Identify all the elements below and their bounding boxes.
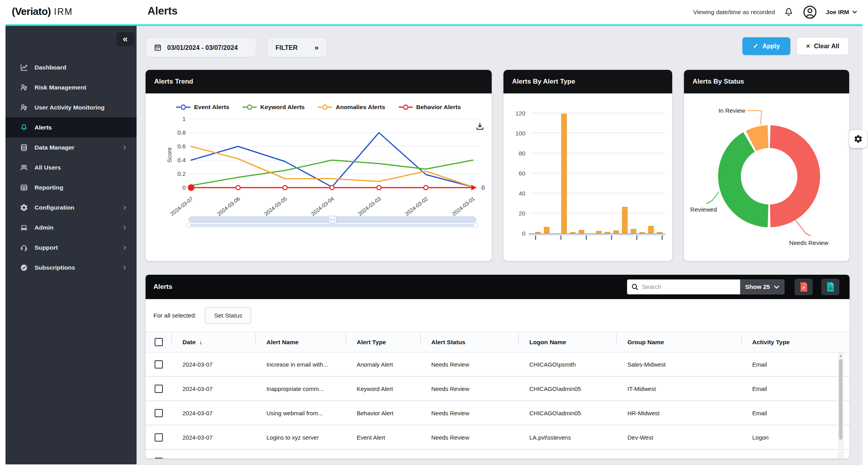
- user-icon: [20, 103, 28, 112]
- brand-name: (Veriato): [12, 5, 51, 18]
- legend-item-anomalies-alerts[interactable]: Anomalies Alerts: [318, 104, 385, 111]
- sidebar-item-label: Admin: [35, 224, 115, 231]
- sidebar-item-user-activity-monitoring[interactable]: User Activity Monitoring: [5, 97, 137, 117]
- dashboard-icon: [20, 63, 28, 72]
- user-icon: [20, 83, 28, 92]
- show-count-dropdown[interactable]: Show 25: [740, 279, 784, 294]
- svg-text:1: 1: [182, 115, 186, 122]
- bar-alert-type-3: [562, 114, 567, 233]
- svg-text:Reviewed: Reviewed: [690, 206, 717, 213]
- column-header-alert-name[interactable]: Alert Name: [255, 339, 346, 346]
- sidebar-item-label: Reporting: [35, 184, 128, 191]
- scrollbar-up-arrow[interactable]: ▲: [839, 353, 843, 359]
- sidebar-item-subscriptions[interactable]: Subscriptions: [5, 257, 137, 277]
- sidebar-item-admin[interactable]: Admin: [5, 217, 137, 237]
- trend-datazoom-slider[interactable]: [186, 216, 478, 228]
- filter-expand-icon: »: [314, 43, 319, 52]
- row-checkbox[interactable]: [155, 433, 163, 442]
- select-all-checkbox[interactable]: [155, 338, 163, 346]
- bulk-label: For all selected:: [153, 312, 196, 319]
- svg-text:2024-03-07: 2024-03-07: [169, 196, 194, 217]
- export-pdf-button[interactable]: [795, 279, 813, 295]
- filter-button[interactable]: FILTER »: [267, 38, 327, 57]
- table-row[interactable]: 2024-03-07Using webmail from...Behavior …: [146, 401, 850, 425]
- column-header-activity-type[interactable]: Activity Type: [741, 339, 850, 346]
- table-cell: Email: [741, 410, 850, 416]
- brand-logo[interactable]: (Veriato) IRM: [12, 5, 73, 18]
- donut-slice-needs-review: [770, 125, 820, 227]
- sidebar-item-dashboard[interactable]: Dashboard: [5, 57, 137, 77]
- table-cell: 2024-03-07: [171, 434, 255, 441]
- legend-item-keyword-alerts[interactable]: Keyword Alerts: [243, 104, 305, 111]
- table-cell: Behavior Alert: [346, 410, 420, 416]
- sort-descending-icon[interactable]: ↓: [199, 339, 202, 346]
- table-row[interactable]: [146, 450, 850, 458]
- column-header-alert-type[interactable]: Alert Type: [346, 339, 420, 346]
- table-row[interactable]: 2024-03-07Increase in email with...Anoma…: [146, 352, 850, 377]
- export-excel-button[interactable]: [821, 279, 839, 295]
- scrollbar-thumb[interactable]: [839, 359, 842, 440]
- table-cell: Email: [741, 385, 850, 392]
- user-menu[interactable]: Joe IRM: [826, 9, 857, 16]
- user-name: Joe IRM: [826, 9, 849, 16]
- trend-legend: Event AlertsKeyword AlertsAnomalies Aler…: [146, 100, 492, 114]
- chevron-right-icon: [122, 204, 128, 211]
- table-scrollbar[interactable]: ▲: [838, 352, 843, 458]
- sidebar-item-label: Configuration: [35, 204, 115, 211]
- download-icon[interactable]: [475, 122, 485, 133]
- users-icon: [20, 163, 28, 172]
- gear-icon: [20, 203, 28, 212]
- column-header-logon-name[interactable]: Logon Name: [518, 339, 616, 346]
- row-checkbox[interactable]: [155, 409, 163, 417]
- chevron-down-icon: [852, 11, 857, 14]
- sidebar-item-configuration[interactable]: Configuration: [5, 197, 137, 217]
- sidebar-item-support[interactable]: Support: [5, 237, 137, 257]
- table-cell: Event Alert: [346, 434, 420, 441]
- table-cell: Increase in email with...: [255, 361, 346, 368]
- table-row[interactable]: 2024-03-07Logins to xyz serverEvent Aler…: [146, 425, 850, 450]
- clear-all-button[interactable]: × Clear All: [797, 37, 849, 55]
- settings-flyout-button[interactable]: [849, 130, 867, 148]
- legend-marker-icon: [318, 104, 332, 110]
- sidebar-item-data-manager[interactable]: Data Manager: [5, 137, 137, 157]
- alerts-trend-chart: 00.20.40.60.81Score2024-03-072024-03-062…: [150, 114, 488, 234]
- date-range-picker[interactable]: 03/01/2024 - 03/07/2024: [146, 38, 256, 57]
- bar-alert-type-10: [622, 207, 627, 233]
- user-avatar[interactable]: [802, 5, 817, 20]
- apply-button[interactable]: ✓ Apply: [742, 37, 790, 55]
- legend-item-event-alerts[interactable]: Event Alerts: [176, 104, 229, 111]
- sidebar-item-risk-management[interactable]: Risk Management: [5, 77, 137, 97]
- sidebar-item-all-users[interactable]: All Users: [5, 157, 137, 177]
- row-checkbox[interactable]: [155, 458, 163, 459]
- column-header-group-name[interactable]: Group Name: [616, 339, 741, 346]
- column-header-alert-status[interactable]: Alert Status: [420, 339, 518, 346]
- alerts-by-type-card: Alerts By Alert Type 020406080100120: [503, 70, 672, 261]
- chevron-right-icon: [122, 265, 128, 271]
- sidebar-item-reporting[interactable]: Reporting: [5, 177, 137, 197]
- notifications-bell-icon[interactable]: [784, 7, 794, 17]
- alerts-by-type-header: Alerts By Alert Type: [503, 70, 672, 93]
- set-status-button[interactable]: Set Status: [205, 307, 251, 324]
- sidebar-item-alerts[interactable]: Alerts: [5, 117, 137, 137]
- svg-text:0.2: 0.2: [177, 170, 186, 177]
- bar-alert-type-1: [544, 227, 549, 233]
- sidebar-collapse-button[interactable]: «: [116, 32, 134, 46]
- column-label: Alert Type: [357, 339, 386, 346]
- svg-text:0: 0: [481, 184, 485, 191]
- table-cell: Inappropriate comm...: [255, 385, 346, 392]
- check-icon: ✓: [753, 42, 759, 50]
- svg-text:In Review: In Review: [718, 107, 746, 114]
- svg-text:0.8: 0.8: [177, 129, 186, 136]
- legend-marker-icon: [399, 104, 413, 110]
- table-cell: 2024-03-07: [171, 385, 255, 392]
- legend-marker-icon: [176, 104, 190, 110]
- table-row[interactable]: 2024-03-07Inappropriate comm...Keyword A…: [146, 377, 850, 401]
- row-checkbox[interactable]: [155, 360, 163, 369]
- search-input[interactable]: [627, 279, 740, 294]
- row-checkbox[interactable]: [155, 385, 163, 393]
- table-cell: CHICAGO\admin05: [518, 410, 616, 416]
- legend-label: Behavior Alerts: [416, 104, 461, 111]
- column-header-date[interactable]: Date↓: [171, 339, 255, 346]
- legend-item-behavior-alerts[interactable]: Behavior Alerts: [399, 104, 461, 111]
- sidebar-nav: DashboardRisk ManagementUser Activity Mo…: [5, 57, 137, 277]
